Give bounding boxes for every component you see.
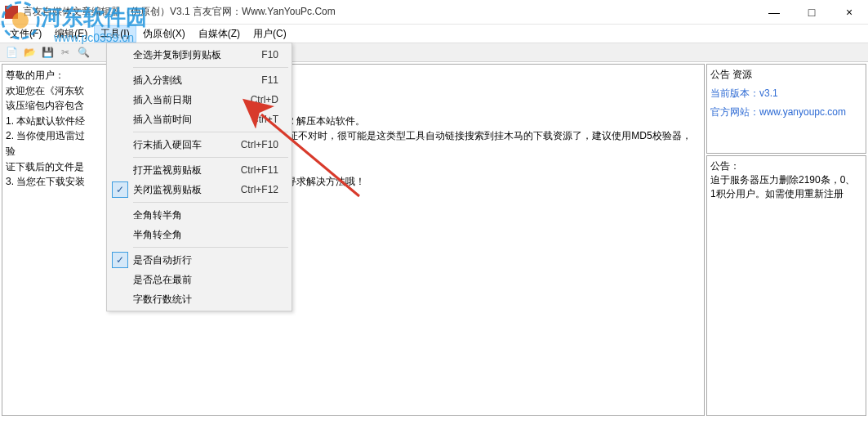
info-panel: 公告 资源 当前版本：v3.1 官方网站：www.yanyoupc.com [706,64,866,154]
app-icon [5,6,18,19]
menu-entry[interactable]: ✓是否自动折行 [109,250,290,270]
menu-entry-label: 插入当前时间 [133,113,251,127]
menubar: 文件(F)编辑(E)工具(I)伪原创(X)自媒体(Z)用户(C) [0,25,868,43]
menu-separator [133,157,288,158]
tool-icon[interactable]: ✂ [57,44,73,60]
site-link[interactable]: www.yanyoupc.com [759,106,846,118]
menu-entry-label: 关闭监视剪贴板 [133,183,241,197]
menu-item-5[interactable]: 用户(C) [247,25,293,43]
menu-entry-label: 半角转全角 [133,228,278,242]
menu-entry-shortcut: F11 [261,74,290,86]
titlebar: 言友自媒体文章编辑器（伪原创）V3.1 言友官网：Www.YanYouPc.Co… [0,0,868,25]
menu-separator [133,132,288,132]
new-file-icon[interactable]: 📄 [3,44,20,60]
menu-item-0[interactable]: 文件(F) [3,25,48,43]
find-icon[interactable]: 🔍 [75,44,91,60]
side-tabs[interactable]: 公告 资源 [710,68,862,82]
side-panel: 公告 资源 当前版本：v3.1 官方网站：www.yanyoupc.com 公告… [706,64,866,416]
notice-line: 迫于服务器压力删除2190条，0、 [710,173,862,187]
menu-entry-shortcut: Ctrl+T [251,114,290,125]
notice-title: 公告： [710,159,862,173]
menu-item-1[interactable]: 编辑(E) [48,25,94,43]
menu-separator [133,202,288,203]
menu-item-4[interactable]: 自媒体(Z) [192,25,247,43]
menu-entry[interactable]: 全选并复制到剪贴板F10 [109,45,290,65]
close-button[interactable]: × [830,0,868,25]
window-controls: — □ × [755,0,868,25]
menu-entry-label: 全角转半角 [133,208,278,222]
menu-entry-shortcut: Ctrl+F12 [241,184,290,195]
tools-dropdown: 全选并复制到剪贴板F10插入分割线F11插入当前日期Ctrl+D插入当前时间Ct… [106,43,292,311]
menu-entry-label: 全选并复制到剪贴板 [133,48,261,62]
menu-item-3[interactable]: 伪原创(X) [136,25,192,43]
menu-entry-shortcut: F10 [261,49,290,60]
menu-entry[interactable]: 半角转全角 [109,225,290,244]
site-row: 官方网站：www.yanyoupc.com [710,105,862,119]
maximize-button[interactable]: □ [793,0,830,25]
minimize-button[interactable]: — [755,0,793,25]
menu-entry-label: 字数行数统计 [133,293,278,307]
menu-entry-label: 是否自动折行 [133,253,278,267]
menu-entry-shortcut: Ctrl+F11 [241,164,290,176]
menu-entry[interactable]: 插入分割线F11 [109,70,290,90]
menu-entry-shortcut: Ctrl+D [251,94,290,105]
menu-entry-label: 插入当前日期 [133,93,251,107]
notice-panel: 公告： 迫于服务器压力删除2190条，0、 1积分用户。如需使用重新注册 [706,155,866,416]
version-row: 当前版本：v3.1 [710,87,862,101]
check-icon: ✓ [112,252,128,268]
menu-separator [133,247,288,248]
save-icon[interactable]: 💾 [39,44,56,60]
menu-entry[interactable]: 行末插入硬回车Ctrl+F10 [109,135,290,155]
menu-entry[interactable]: 插入当前时间Ctrl+T [109,110,290,129]
menu-entry[interactable]: 全角转半角 [109,205,290,225]
menu-separator [133,67,288,68]
notice-line: 1积分用户。如需使用重新注册 [710,187,862,201]
menu-entry[interactable]: ✓关闭监视剪贴板Ctrl+F12 [109,180,290,199]
menu-entry-label: 插入分割线 [133,74,261,87]
menu-entry-label: 打开监视剪贴板 [133,163,241,177]
menu-entry[interactable]: 插入当前日期Ctrl+D [109,90,290,110]
window-title: 言友自媒体文章编辑器（伪原创）V3.1 言友官网：Www.YanYouPc.Co… [23,5,755,19]
open-file-icon[interactable]: 📂 [21,44,38,60]
menu-entry-label: 是否总在最前 [133,273,278,287]
menu-entry-label: 行末插入硬回车 [133,138,241,152]
check-icon: ✓ [112,181,128,198]
menu-entry[interactable]: 打开监视剪贴板Ctrl+F11 [109,160,290,180]
menu-item-2[interactable]: 工具(I) [94,25,136,43]
menu-entry[interactable]: 字数行数统计 [109,289,290,309]
menu-entry-shortcut: Ctrl+F10 [241,139,290,150]
menu-entry[interactable]: 是否总在最前 [109,270,290,289]
